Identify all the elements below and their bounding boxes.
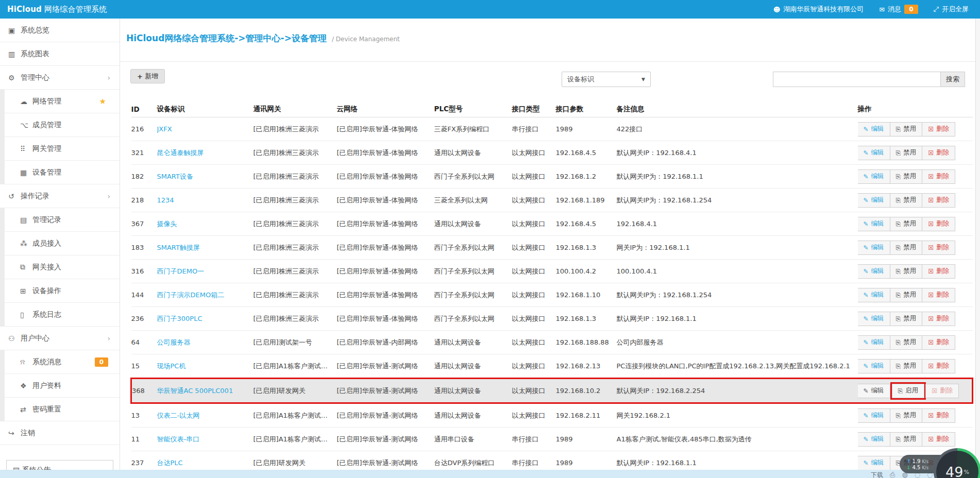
edit-button[interactable]: ✎ 编辑 [858,241,890,255]
delete-button[interactable]: ☒ 删除 [922,335,955,350]
toggle-enable-button[interactable]: ⎘ 禁用 [890,146,923,160]
delete-button[interactable]: ☒ 删除 [922,288,955,302]
device-link[interactable]: 1234 [157,196,174,204]
sidebar-item-operation-records[interactable]: ↺ 操作记录 › [0,184,120,208]
sidebar-item-system-charts[interactable]: ▥ 系统图表 [0,42,120,66]
sidebar-item-gateway-access[interactable]: ⧉ 网关接入 [0,255,120,279]
device-link[interactable]: 公司服务器 [157,338,191,346]
edit-button[interactable]: ✎ 编辑 [858,335,890,350]
toggle-enable-button[interactable]: ⎘ 禁用 [890,335,923,350]
sidebar-item-device-management[interactable]: ▦ 设备管理 [0,161,120,184]
sidebar-item-logout[interactable]: ↪ 注销 [0,421,120,445]
filter-dropdown[interactable]: 设备标识 ▼ [562,72,651,87]
edit-button[interactable]: ✎ 编辑 [858,288,890,302]
edit-icon: ✎ [864,126,869,133]
edit-button[interactable]: ✎ 编辑 [858,312,890,326]
toggle-enable-button[interactable]: ⎘ 禁用 [890,408,923,423]
device-link[interactable]: 西门子演示DEMO箱二 [157,291,225,299]
edit-button[interactable]: ✎ 编辑 [858,146,890,160]
device-link[interactable]: 昆仑通泰触摸屏 [157,149,204,157]
toggle-enable-button[interactable]: ⎘ 禁用 [890,359,923,373]
device-link[interactable]: SMART设备 [157,173,193,180]
sidebar-item-label: 系统消息 [32,357,61,367]
company-menu[interactable]: ☻ 湖南华辰智通科技有限公司 [773,5,864,14]
device-link[interactable]: 智能仪表-串口 [157,435,200,443]
download-label[interactable]: 下载 [871,471,883,478]
toggle-icon: ⎘ [896,339,901,346]
device-link[interactable]: 仪表二-以太网 [157,412,200,419]
row-actions: ✎ 编辑 ⎘ 禁用 ☒ 删除 [858,146,955,160]
delete-button[interactable]: ☒ 删除 [922,408,955,423]
row-actions: ✎ 编辑 ⎘ 禁用 ☒ 删除 [858,408,955,423]
table-row: 11 智能仪表-串口 [已启用]A1栋客户测试网关 [已启用]华辰智通-测试网络… [131,428,973,451]
add-button[interactable]: + 新增 [130,69,165,83]
delete-button[interactable]: ☒ 删除 [922,359,955,373]
sidebar-item-member-access[interactable]: ⁂ 成员接入 [0,232,120,255]
sidebar-item-device-operations[interactable]: ⊞ 设备操作 [0,279,120,303]
sidebar-item-user-profile[interactable]: ❖ 用户资料 [0,374,120,398]
toggle-enable-button[interactable]: ⎘ 禁用 [890,312,923,326]
download-arrow-icon: ↓ [906,465,910,470]
sidebar-item-system-overview[interactable]: ▣ 系统总览 [0,19,120,42]
sidebar-item-password-reset[interactable]: ⇄ 密码重置 [0,398,120,421]
scroll-icon[interactable]: ⎙ [890,471,895,478]
delete-button[interactable]: ☒ 删除 [922,241,955,255]
sidebar-item-system-logs[interactable]: ▯ 系统日志 [0,303,120,327]
edit-button[interactable]: ✎ 编辑 [858,359,890,373]
sidebar-item-network-management[interactable]: ☁ 网络管理 ★ [0,90,120,113]
edit-button[interactable]: ✎ 编辑 [858,217,890,231]
edit-button[interactable]: ✎ 编辑 [858,264,890,279]
cell-id: 15 [131,354,157,379]
delete-button[interactable]: ☒ 删除 [922,146,955,160]
search-input[interactable] [773,72,940,87]
toggle-enable-button[interactable]: ⎘ 禁用 [890,193,923,208]
sidebar-item-user-center[interactable]: ⚇ 用户中心 › [0,327,120,350]
toggle-enable-button[interactable]: ⎘ 禁用 [890,241,923,255]
fullscreen-button[interactable]: ⤢ 开启全屏 [934,5,969,14]
sidebar-item-member-management[interactable]: ⌥ 成员管理 [0,113,120,137]
toggle-enable-button[interactable]: ⎘ 禁用 [890,217,923,231]
toggle-enable-button[interactable]: ⎘ 禁用 [890,264,923,279]
chevron-right-icon: › [107,334,110,343]
messages-menu[interactable]: ✉ 消息 0 [879,5,918,14]
search-button[interactable]: 搜索 [940,72,965,87]
sidebar-item-management-records[interactable]: ▤ 管理记录 [0,208,120,232]
edit-button[interactable]: ✎ 编辑 [858,384,890,398]
device-link[interactable]: 华辰智通AC 500PLC001 [157,387,233,395]
sidebar-item-label: 系统日志 [32,310,61,319]
cell-cloud-network: [已启用]华辰智通-体验网络 [337,212,434,236]
scrollbar[interactable] [975,19,980,478]
device-link[interactable]: 现场PC机 [157,362,186,370]
toggle-enable-button[interactable]: ⎘ 禁用 [890,122,923,136]
device-link[interactable]: 西门子300PLC [157,315,202,322]
device-link[interactable]: JXFX [157,125,172,133]
device-link[interactable]: SMART触摸屏 [157,244,200,251]
toggle-enable-button[interactable]: ⎘ 禁用 [890,288,923,302]
edit-button[interactable]: ✎ 编辑 [858,193,890,208]
edit-button[interactable]: ✎ 编辑 [858,122,890,136]
delete-button[interactable]: ☒ 删除 [922,217,955,231]
delete-button[interactable]: ☒ 删除 [922,264,955,279]
toggle-enable-button[interactable]: ⎘ 禁用 [890,432,923,447]
delete-button[interactable]: ☒ 删除 [925,384,959,398]
delete-button[interactable]: ☒ 删除 [922,312,955,326]
edit-button[interactable]: ✎ 编辑 [858,169,890,184]
edit-button[interactable]: ✎ 编辑 [858,408,890,423]
device-link[interactable]: 西门子DEMO一 [157,267,205,275]
enable-button[interactable]: ⎘ 启用 [892,384,925,398]
sidebar-item-management-center[interactable]: ⚙ 管理中心 › [0,66,120,90]
member-management-icon: ⌥ [20,121,32,129]
sidebar-item-system-messages[interactable]: ⍾ 系统消息 0 [0,350,120,374]
cell-gateway: [已启用]株洲三菱演示 [254,117,337,141]
delete-button[interactable]: ☒ 删除 [922,432,955,447]
edit-button[interactable]: ✎ 编辑 [858,432,890,447]
edit-button[interactable]: ✎ 编辑 [858,456,890,470]
device-link[interactable]: 台达PLC [157,459,183,467]
favorite-star-icon[interactable]: ★ [99,97,106,106]
delete-button[interactable]: ☒ 删除 [922,122,955,136]
delete-button[interactable]: ☒ 删除 [922,193,955,208]
sidebar-item-gateway-management[interactable]: ⠿ 网关管理 [0,137,120,161]
device-link[interactable]: 摄像头 [157,220,177,228]
delete-button[interactable]: ☒ 删除 [922,169,955,184]
toggle-enable-button[interactable]: ⎘ 禁用 [890,169,923,184]
